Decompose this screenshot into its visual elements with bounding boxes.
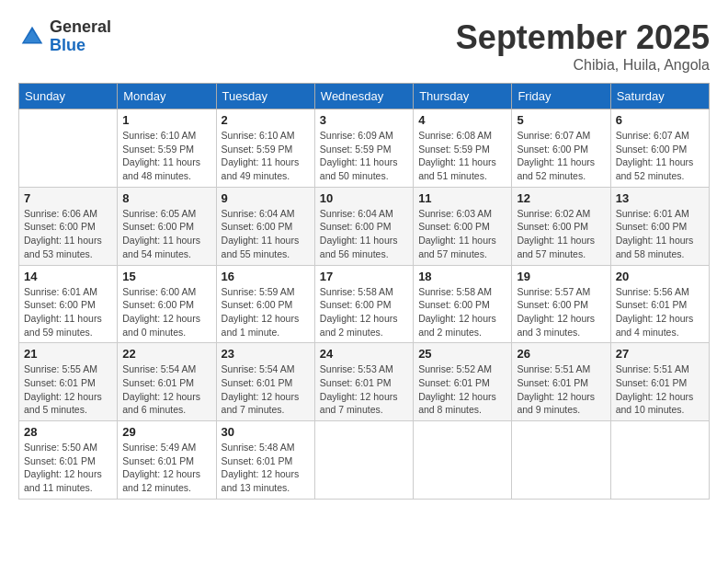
calendar-cell: 15Sunrise: 6:00 AMSunset: 6:00 PMDayligh… (118, 265, 216, 343)
calendar-cell: 7Sunrise: 6:06 AMSunset: 6:00 PMDaylight… (19, 187, 118, 265)
day-number: 22 (122, 347, 210, 361)
day-detail: Sunrise: 5:52 AMSunset: 6:01 PMDaylight:… (418, 362, 506, 417)
calendar-cell: 10Sunrise: 6:04 AMSunset: 6:00 PMDayligh… (314, 187, 413, 265)
calendar-cell: 8Sunrise: 6:05 AMSunset: 6:00 PMDaylight… (118, 187, 216, 265)
day-detail: Sunrise: 6:05 AMSunset: 6:00 PMDaylight:… (122, 207, 210, 261)
day-detail: Sunrise: 6:01 AMSunset: 6:00 PMDaylight:… (616, 207, 704, 261)
day-number: 21 (24, 347, 112, 361)
weekday-header: Sunday (19, 84, 118, 109)
weekday-header: Monday (118, 84, 216, 109)
calendar-cell: 3Sunrise: 6:09 AMSunset: 5:59 PMDaylight… (314, 109, 413, 188)
calendar-cell: 26Sunrise: 5:51 AMSunset: 6:01 PMDayligh… (512, 343, 610, 421)
day-number: 18 (418, 270, 506, 283)
day-detail: Sunrise: 5:54 AMSunset: 6:01 PMDaylight:… (122, 362, 210, 417)
day-detail: Sunrise: 6:04 AMSunset: 6:00 PMDaylight:… (222, 207, 310, 261)
day-detail: Sunrise: 5:53 AMSunset: 6:01 PMDaylight:… (320, 362, 408, 417)
day-number: 6 (616, 113, 704, 127)
day-detail: Sunrise: 5:49 AMSunset: 6:01 PMDaylight:… (122, 441, 210, 495)
day-number: 10 (320, 191, 408, 205)
day-number: 13 (616, 191, 704, 205)
calendar-week-row: 7Sunrise: 6:06 AMSunset: 6:00 PMDaylight… (19, 187, 710, 265)
day-number: 8 (122, 191, 210, 205)
calendar-cell: 16Sunrise: 5:59 AMSunset: 6:00 PMDayligh… (216, 265, 314, 343)
day-detail: Sunrise: 6:07 AMSunset: 6:00 PMDaylight:… (517, 129, 605, 183)
day-detail: Sunrise: 5:58 AMSunset: 6:00 PMDaylight:… (418, 285, 506, 339)
day-detail: Sunrise: 5:48 AMSunset: 6:01 PMDaylight:… (222, 441, 310, 495)
calendar-cell (314, 421, 413, 500)
day-detail: Sunrise: 6:03 AMSunset: 6:00 PMDaylight:… (418, 207, 506, 261)
day-number: 3 (320, 113, 408, 127)
day-detail: Sunrise: 6:10 AMSunset: 5:59 PMDaylight:… (222, 129, 310, 183)
calendar-cell: 11Sunrise: 6:03 AMSunset: 6:00 PMDayligh… (414, 187, 512, 265)
day-detail: Sunrise: 6:07 AMSunset: 6:00 PMDaylight:… (616, 129, 704, 183)
day-detail: Sunrise: 5:51 AMSunset: 6:01 PMDaylight:… (616, 362, 704, 417)
weekday-header: Wednesday (314, 84, 413, 109)
day-detail: Sunrise: 6:09 AMSunset: 5:59 PMDaylight:… (320, 129, 408, 183)
calendar-cell: 6Sunrise: 6:07 AMSunset: 6:00 PMDaylight… (610, 109, 709, 188)
calendar-cell: 29Sunrise: 5:49 AMSunset: 6:01 PMDayligh… (118, 421, 216, 500)
logo-icon (18, 23, 46, 51)
calendar-header-row: SundayMondayTuesdayWednesdayThursdayFrid… (19, 84, 710, 109)
calendar-table: SundayMondayTuesdayWednesdayThursdayFrid… (18, 83, 710, 500)
day-number: 4 (418, 113, 506, 127)
day-detail: Sunrise: 5:56 AMSunset: 6:01 PMDaylight:… (616, 285, 704, 339)
day-number: 26 (517, 347, 605, 361)
calendar-cell: 5Sunrise: 6:07 AMSunset: 6:00 PMDaylight… (512, 109, 610, 188)
logo-text: General Blue (50, 18, 111, 55)
day-detail: Sunrise: 5:55 AMSunset: 6:01 PMDaylight:… (24, 362, 112, 417)
calendar-cell: 17Sunrise: 5:58 AMSunset: 6:00 PMDayligh… (314, 265, 413, 343)
logo-general: General (50, 18, 111, 37)
calendar-cell: 30Sunrise: 5:48 AMSunset: 6:01 PMDayligh… (216, 421, 314, 500)
calendar-cell: 19Sunrise: 5:57 AMSunset: 6:00 PMDayligh… (512, 265, 610, 343)
weekday-header: Friday (512, 84, 610, 109)
day-detail: Sunrise: 6:02 AMSunset: 6:00 PMDaylight:… (517, 207, 605, 261)
day-number: 9 (222, 191, 310, 205)
calendar-week-row: 21Sunrise: 5:55 AMSunset: 6:01 PMDayligh… (19, 343, 710, 421)
day-number: 15 (122, 270, 210, 283)
calendar-week-row: 14Sunrise: 6:01 AMSunset: 6:00 PMDayligh… (19, 265, 710, 343)
calendar-cell: 22Sunrise: 5:54 AMSunset: 6:01 PMDayligh… (118, 343, 216, 421)
day-number: 24 (320, 347, 408, 361)
calendar-cell: 24Sunrise: 5:53 AMSunset: 6:01 PMDayligh… (314, 343, 413, 421)
day-detail: Sunrise: 6:00 AMSunset: 6:00 PMDaylight:… (122, 285, 210, 339)
month-title: September 2025 (456, 18, 710, 57)
calendar-cell: 27Sunrise: 5:51 AMSunset: 6:01 PMDayligh… (610, 343, 709, 421)
day-detail: Sunrise: 6:06 AMSunset: 6:00 PMDaylight:… (24, 207, 112, 261)
day-number: 17 (320, 270, 408, 283)
calendar-cell (610, 421, 709, 500)
day-number: 1 (122, 113, 210, 127)
calendar-cell: 1Sunrise: 6:10 AMSunset: 5:59 PMDaylight… (118, 109, 216, 188)
day-detail: Sunrise: 5:57 AMSunset: 6:00 PMDaylight:… (517, 285, 605, 339)
weekday-header: Thursday (414, 84, 512, 109)
day-number: 25 (418, 347, 506, 361)
calendar-cell: 9Sunrise: 6:04 AMSunset: 6:00 PMDaylight… (216, 187, 314, 265)
day-number: 16 (222, 270, 310, 283)
day-detail: Sunrise: 6:08 AMSunset: 5:59 PMDaylight:… (418, 129, 506, 183)
logo: General Blue (18, 18, 111, 55)
day-detail: Sunrise: 6:04 AMSunset: 6:00 PMDaylight:… (320, 207, 408, 261)
calendar-cell: 23Sunrise: 5:54 AMSunset: 6:01 PMDayligh… (216, 343, 314, 421)
day-number: 5 (517, 113, 605, 127)
day-number: 2 (222, 113, 310, 127)
calendar-cell: 25Sunrise: 5:52 AMSunset: 6:01 PMDayligh… (414, 343, 512, 421)
day-number: 19 (517, 270, 605, 283)
day-number: 29 (122, 425, 210, 439)
day-number: 11 (418, 191, 506, 205)
calendar-cell (414, 421, 512, 500)
calendar-cell (19, 109, 118, 188)
day-detail: Sunrise: 5:54 AMSunset: 6:01 PMDaylight:… (222, 362, 310, 417)
title-block: September 2025 Chibia, Huila, Angola (456, 18, 710, 74)
day-number: 20 (616, 270, 704, 283)
weekday-header: Saturday (610, 84, 709, 109)
calendar-cell: 2Sunrise: 6:10 AMSunset: 5:59 PMDaylight… (216, 109, 314, 188)
calendar-cell: 18Sunrise: 5:58 AMSunset: 6:00 PMDayligh… (414, 265, 512, 343)
calendar-cell (512, 421, 610, 500)
day-number: 30 (222, 425, 310, 439)
calendar-cell: 28Sunrise: 5:50 AMSunset: 6:01 PMDayligh… (19, 421, 118, 500)
calendar-cell: 13Sunrise: 6:01 AMSunset: 6:00 PMDayligh… (610, 187, 709, 265)
calendar-cell: 14Sunrise: 6:01 AMSunset: 6:00 PMDayligh… (19, 265, 118, 343)
day-detail: Sunrise: 6:10 AMSunset: 5:59 PMDaylight:… (122, 129, 210, 183)
page-header: General Blue September 2025 Chibia, Huil… (18, 18, 710, 74)
day-detail: Sunrise: 5:50 AMSunset: 6:01 PMDaylight:… (24, 441, 112, 495)
calendar-cell: 21Sunrise: 5:55 AMSunset: 6:01 PMDayligh… (19, 343, 118, 421)
